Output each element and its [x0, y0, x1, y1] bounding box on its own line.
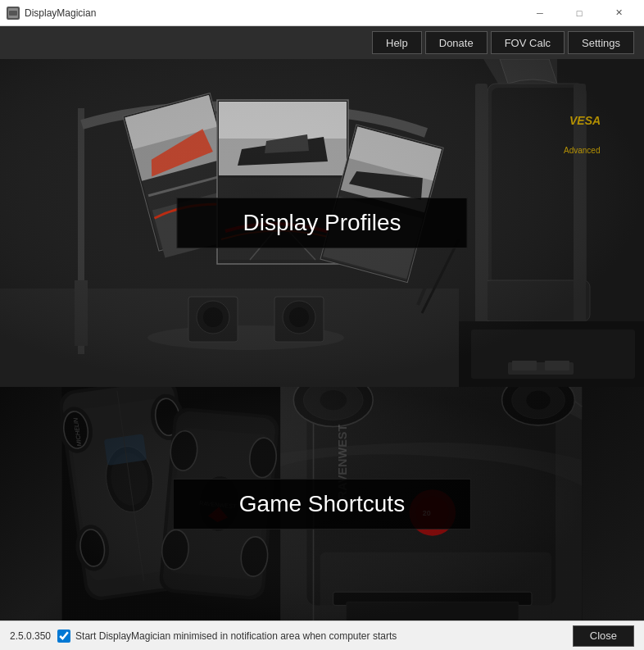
donate-button[interactable]: Donate: [425, 31, 488, 54]
maximize-button[interactable]: □: [560, 0, 598, 26]
display-profiles-label: Display Profiles: [177, 198, 468, 248]
window-close-button[interactable]: ✕: [600, 0, 637, 26]
title-bar-left: DisplayMagician: [7, 7, 96, 20]
fov-calc-button[interactable]: FOV Calc: [491, 31, 565, 54]
status-bar: 2.5.0.350 Start DisplayMagician minimise…: [0, 620, 644, 650]
window-title: DisplayMagician: [25, 7, 96, 19]
autostart-label: Start DisplayMagician minimised in notif…: [75, 630, 397, 642]
minimize-button[interactable]: ─: [521, 0, 559, 26]
main-window: DisplayMagician ─ □ ✕ Help Donate FOV Ca…: [0, 0, 644, 650]
title-bar-controls: ─ □ ✕: [521, 0, 637, 26]
settings-button[interactable]: Settings: [568, 31, 634, 54]
main-content: VESA Advanced: [0, 59, 644, 620]
toolbar: Help Donate FOV Calc Settings: [0, 26, 644, 59]
app-icon: [7, 7, 20, 20]
svg-rect-1: [9, 11, 17, 16]
autostart-checkbox[interactable]: [57, 630, 70, 643]
close-button[interactable]: Close: [573, 625, 634, 647]
version-text: 2.5.0.350: [10, 630, 51, 642]
autostart-area: Start DisplayMagician minimised in notif…: [57, 630, 397, 643]
game-shortcuts-label: Game Shortcuts: [173, 479, 471, 530]
game-shortcuts-section[interactable]: MICHELIN: [0, 387, 644, 620]
title-bar: DisplayMagician ─ □ ✕: [0, 0, 644, 26]
status-left: 2.5.0.350 Start DisplayMagician minimise…: [10, 630, 397, 643]
help-button[interactable]: Help: [372, 31, 422, 54]
display-profiles-section[interactable]: VESA Advanced: [0, 59, 644, 387]
